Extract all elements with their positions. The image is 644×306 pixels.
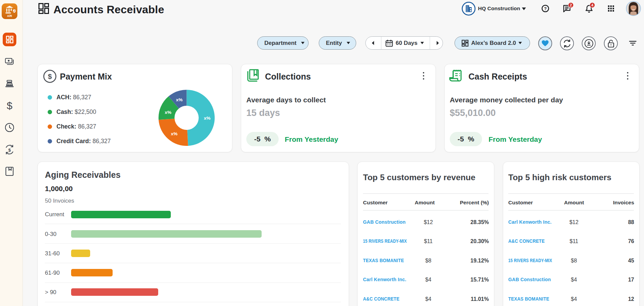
svg-text:$: $ (8, 148, 11, 153)
svg-text:$: $ (48, 72, 52, 80)
svg-text:A/R: A/R (7, 14, 12, 18)
svg-text:?: ? (544, 6, 547, 11)
